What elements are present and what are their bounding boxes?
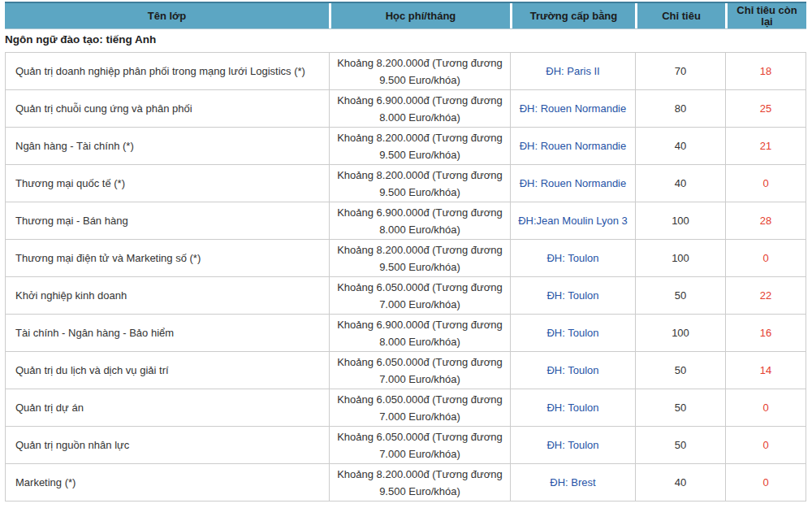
quota-cell: 40 bbox=[635, 128, 725, 164]
tuition-cell: Khoảng 8.200.000đ (Tương đương9.500 Euro… bbox=[329, 128, 510, 164]
tuition-line2: 7.000 Euro/khóa) bbox=[379, 296, 460, 313]
tuition-line1: Khoảng 8.200.000đ (Tương đương bbox=[337, 241, 503, 258]
class-name-cell: Ngân hàng - Tài chính (*) bbox=[5, 128, 329, 164]
tuition-line2: 7.000 Euro/khóa) bbox=[379, 445, 460, 462]
tuition-cell: Khoảng 8.200.000đ (Tương đương9.500 Euro… bbox=[329, 165, 510, 202]
table-row: Tài chính - Ngân hàng - Bảo hiểm Khoảng … bbox=[5, 315, 806, 352]
table-row: Thương mại - Bán hàng Khoảng 6.900.000đ … bbox=[5, 202, 806, 240]
remaining-quota-cell: 0 bbox=[725, 427, 806, 463]
tuition-line1: Khoảng 6.900.000đ (Tương đương bbox=[337, 204, 503, 221]
class-name-cell: Marketing (*) bbox=[5, 464, 329, 501]
university-link[interactable]: ĐH:Jean Moulin Lyon 3 bbox=[510, 202, 635, 239]
tuition-line2: 8.000 Euro/khóa) bbox=[379, 221, 460, 238]
quota-cell: 50 bbox=[635, 427, 725, 463]
tuition-line2: 9.500 Euro/khóa) bbox=[379, 184, 460, 201]
table-row: Thương mại điện tử và Marketing số (*) K… bbox=[5, 240, 806, 277]
class-name-cell: Quản trị dự án bbox=[5, 389, 329, 426]
column-header-quota: Chỉ tiêu bbox=[635, 3, 725, 28]
university-link[interactable]: ĐH: Toulon bbox=[510, 240, 635, 276]
tuition-line1: Khoảng 8.200.000đ (Tương đương bbox=[337, 129, 503, 146]
class-name-cell: Quản trị du lịch và dịch vụ giải trí bbox=[5, 352, 329, 389]
university-link[interactable]: ĐH: Toulon bbox=[510, 315, 635, 351]
class-name-cell: Khởi nghiệp kinh doanh bbox=[5, 277, 329, 314]
table-row: Quản trị du lịch và dịch vụ giải trí Kho… bbox=[5, 352, 806, 389]
tuition-cell: Khoảng 6.900.000đ (Tương đương8.000 Euro… bbox=[329, 202, 510, 239]
tuition-cell: Khoảng 6.050.000đ (Tương đương7.000 Euro… bbox=[329, 427, 510, 463]
table-row: Quản trị nguồn nhân lực Khoảng 6.050.000… bbox=[5, 427, 806, 464]
table-row: Ngân hàng - Tài chính (*) Khoảng 8.200.0… bbox=[5, 128, 806, 165]
tuition-cell: Khoảng 8.200.000đ (Tương đương9.500 Euro… bbox=[329, 240, 510, 276]
tuition-line1: Khoảng 6.050.000đ (Tương đương bbox=[337, 279, 503, 296]
remaining-quota-cell: 0 bbox=[725, 464, 806, 501]
remaining-quota-cell: 21 bbox=[725, 128, 806, 164]
tuition-line2: 7.000 Euro/khóa) bbox=[379, 371, 460, 388]
quota-cell: 100 bbox=[635, 315, 725, 351]
table-row: Quản trị chuỗi cung ứng và phân phối Kho… bbox=[5, 90, 806, 128]
quota-cell: 100 bbox=[635, 202, 725, 239]
tuition-cell: Khoảng 6.050.000đ (Tương đương7.000 Euro… bbox=[329, 389, 510, 426]
tuition-line2: 8.000 Euro/khóa) bbox=[379, 333, 460, 350]
tuition-cell: Khoảng 6.900.000đ (Tương đương8.000 Euro… bbox=[329, 315, 510, 351]
tuition-line1: Khoảng 8.200.000đ (Tương đương bbox=[337, 54, 503, 72]
university-link[interactable]: ĐH: Rouen Normandie bbox=[510, 90, 635, 127]
remaining-quota-cell: 14 bbox=[725, 352, 806, 389]
tuition-line1: Khoảng 6.050.000đ (Tương đương bbox=[337, 354, 503, 371]
table-row: Thương mại quốc tế (*) Khoảng 8.200.000đ… bbox=[5, 165, 806, 202]
tuition-cell: Khoảng 6.900.000đ (Tương đương8.000 Euro… bbox=[329, 90, 510, 127]
university-link[interactable]: ĐH: Toulon bbox=[510, 352, 635, 389]
quota-cell: 100 bbox=[635, 240, 725, 276]
remaining-quota-cell: 0 bbox=[725, 165, 806, 202]
remaining-quota-cell: 22 bbox=[725, 277, 806, 314]
quota-cell: 40 bbox=[635, 165, 725, 202]
university-link[interactable]: ĐH: Toulon bbox=[510, 427, 635, 463]
column-header-class-name: Tên lớp bbox=[5, 3, 329, 28]
tuition-line1: Khoảng 6.050.000đ (Tương đương bbox=[337, 391, 503, 408]
class-name-cell: Quản trị chuỗi cung ứng và phân phối bbox=[5, 90, 329, 127]
remaining-quota-cell: 28 bbox=[725, 202, 806, 239]
university-link[interactable]: ĐH: Paris II bbox=[510, 53, 635, 89]
column-header-degree-school: Trường cấp bằng bbox=[510, 3, 635, 28]
column-header-tuition-per-month: Học phí/tháng bbox=[329, 3, 510, 28]
table-row: Khởi nghiệp kinh doanh Khoảng 6.050.000đ… bbox=[5, 277, 806, 315]
tuition-cell: Khoảng 6.050.000đ (Tương đương7.000 Euro… bbox=[329, 352, 510, 389]
tuition-cell: Khoảng 6.050.000đ (Tương đương7.000 Euro… bbox=[329, 277, 510, 314]
tuition-line1: Khoảng 8.200.000đ (Tương đương bbox=[337, 466, 503, 483]
tuition-cell: Khoảng 8.200.000đ (Tương đương9.500 Euro… bbox=[329, 464, 510, 501]
quota-cell: 70 bbox=[635, 53, 725, 89]
class-name-cell: Quản trị nguồn nhân lực bbox=[5, 427, 329, 463]
quota-cell: 50 bbox=[635, 389, 725, 426]
table-body: Quản trị doanh nghiệp phân phối trong mạ… bbox=[5, 52, 806, 501]
tuition-line2: 9.500 Euro/khóa) bbox=[379, 258, 460, 276]
university-link[interactable]: ĐH: Toulon bbox=[510, 277, 635, 314]
university-link[interactable]: ĐH: Brest bbox=[510, 464, 635, 501]
tuition-line1: Khoảng 6.050.000đ (Tương đương bbox=[337, 428, 503, 445]
remaining-quota-cell: 0 bbox=[725, 389, 806, 426]
training-language-section-label: Ngôn ngữ đào tạo: tiếng Anh bbox=[5, 33, 156, 46]
tuition-line2: 7.000 Euro/khóa) bbox=[379, 408, 460, 425]
tuition-cell: Khoảng 8.200.000đ (Tương đương9.500 Euro… bbox=[329, 53, 510, 89]
class-name-cell: Quản trị doanh nghiệp phân phối trong mạ… bbox=[5, 53, 329, 89]
tuition-table-page: Tên lớp Học phí/tháng Trường cấp bằng Ch… bbox=[0, 0, 812, 508]
tuition-line2: 9.500 Euro/khóa) bbox=[379, 483, 460, 500]
quota-cell: 40 bbox=[635, 464, 725, 501]
university-link[interactable]: ĐH: Rouen Normandie bbox=[510, 165, 635, 202]
class-name-cell: Tài chính - Ngân hàng - Bảo hiểm bbox=[5, 315, 329, 351]
quota-cell: 50 bbox=[635, 352, 725, 389]
table-row: Quản trị dự án Khoảng 6.050.000đ (Tương … bbox=[5, 389, 806, 427]
class-name-cell: Thương mại quốc tế (*) bbox=[5, 165, 329, 202]
university-link[interactable]: ĐH: Rouen Normandie bbox=[510, 128, 635, 164]
column-header-remaining-quota: Chỉ tiêu còn lại bbox=[725, 3, 806, 28]
remaining-quota-cell: 25 bbox=[725, 90, 806, 127]
tuition-line1: Khoảng 6.900.000đ (Tương đương bbox=[337, 92, 503, 109]
table-row: Quản trị doanh nghiệp phân phối trong mạ… bbox=[5, 53, 806, 90]
remaining-quota-cell: 16 bbox=[725, 315, 806, 351]
remaining-quota-cell: 18 bbox=[725, 53, 806, 89]
table-row: Marketing (*) Khoảng 8.200.000đ (Tương đ… bbox=[5, 464, 806, 501]
quota-cell: 80 bbox=[635, 90, 725, 127]
tuition-line2: 9.500 Euro/khóa) bbox=[379, 146, 460, 163]
quota-cell: 50 bbox=[635, 277, 725, 314]
table-header-row: Tên lớp Học phí/tháng Trường cấp bằng Ch… bbox=[5, 2, 806, 29]
tuition-line2: 9.500 Euro/khóa) bbox=[379, 72, 460, 89]
university-link[interactable]: ĐH: Toulon bbox=[510, 389, 635, 426]
tuition-line1: Khoảng 6.900.000đ (Tương đương bbox=[337, 316, 503, 333]
